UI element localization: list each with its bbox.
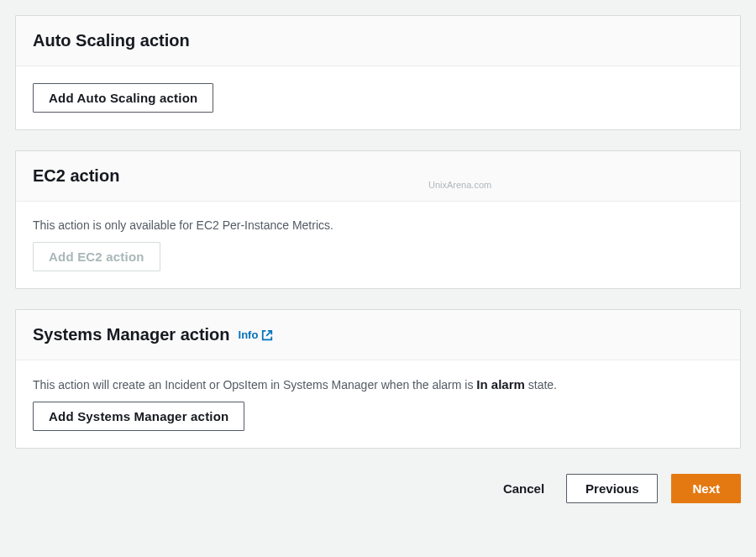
cancel-button[interactable]: Cancel (495, 475, 553, 502)
systems-manager-header: Systems Manager action Info (16, 310, 740, 360)
systems-manager-title: Systems Manager action (33, 325, 230, 344)
systems-manager-panel: Systems Manager action Info This action … (15, 309, 741, 449)
ec2-header: EC2 action (16, 151, 740, 202)
external-link-icon (261, 329, 273, 341)
auto-scaling-panel: Auto Scaling action Add Auto Scaling act… (15, 15, 741, 130)
ec2-panel: EC2 action This action is only available… (15, 150, 741, 289)
sm-desc-strong: In alarm (476, 377, 525, 391)
sm-desc-suffix: state. (525, 378, 557, 391)
add-ec2-button: Add EC2 action (33, 242, 160, 271)
next-button[interactable]: Next (671, 474, 741, 503)
ec2-description: This action is only available for EC2 Pe… (33, 218, 723, 232)
info-link[interactable]: Info (239, 328, 274, 341)
ec2-body: This action is only available for EC2 Pe… (16, 202, 740, 288)
previous-button[interactable]: Previous (566, 474, 658, 503)
auto-scaling-body: Add Auto Scaling action (16, 66, 740, 129)
systems-manager-body: This action will create an Incident or O… (16, 360, 740, 448)
wizard-footer: Cancel Previous Next (15, 469, 741, 503)
add-systems-manager-button[interactable]: Add Systems Manager action (33, 402, 244, 431)
auto-scaling-title: Auto Scaling action (33, 31, 190, 50)
info-label: Info (239, 328, 259, 341)
ec2-title: EC2 action (33, 166, 119, 186)
sm-desc-prefix: This action will create an Incident or O… (33, 378, 476, 391)
add-auto-scaling-button[interactable]: Add Auto Scaling action (33, 83, 213, 113)
auto-scaling-header: Auto Scaling action (16, 16, 740, 66)
systems-manager-description: This action will create an Incident or O… (33, 377, 723, 391)
